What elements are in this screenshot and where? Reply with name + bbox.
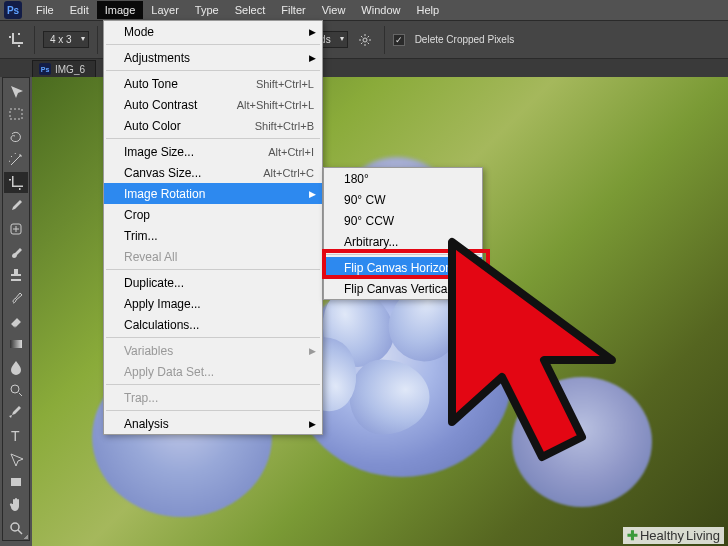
crop-tool[interactable] [4,172,28,193]
svg-text:T: T [11,428,20,444]
watermark-brand: Healthy [640,528,684,543]
pen-tool[interactable] [4,402,28,423]
path-tool[interactable] [4,448,28,469]
menu-item-label: Mode [124,25,314,39]
image-menu-dropdown: Mode▶Adjustments▶Auto ToneShift+Ctrl+LAu… [103,20,323,435]
image-menu-calculations[interactable]: Calculations... [104,314,322,335]
rotation-menu-arbitrary[interactable]: Arbitrary... [324,231,482,252]
wand-tool[interactable] [4,149,28,170]
image-menu-canvas-size[interactable]: Canvas Size...Alt+Ctrl+C [104,162,322,183]
menu-item-label: Image Rotation [124,187,314,201]
delete-cropped-label: Delete Cropped Pixels [415,34,515,45]
menu-shortcut: Alt+Ctrl+I [268,146,314,158]
submenu-arrow-icon: ▶ [309,189,316,199]
watermark-sub: Living [686,528,720,543]
menu-item-label: 90° CCW [344,214,474,228]
menu-file[interactable]: File [28,1,62,19]
image-menu-trim[interactable]: Trim... [104,225,322,246]
menu-item-label: 90° CW [344,193,474,207]
menu-item-label: Crop [124,208,314,222]
menu-item-label: Apply Image... [124,297,314,311]
tool-panel: T [2,77,30,541]
menu-item-label: Image Size... [124,145,238,159]
submenu-arrow-icon: ▶ [309,27,316,37]
menu-shortcut: Alt+Ctrl+C [263,167,314,179]
menu-shortcut: Alt+Shift+Ctrl+L [237,99,314,111]
move-tool[interactable] [4,80,28,101]
submenu-arrow-icon: ▶ [309,346,316,356]
menu-edit[interactable]: Edit [62,1,97,19]
lasso-tool[interactable] [4,126,28,147]
dodge-tool[interactable] [4,379,28,400]
menu-window[interactable]: Window [353,1,408,19]
aspect-ratio-combo[interactable]: 4 x 3 [43,31,89,48]
image-menu-crop[interactable]: Crop [104,204,322,225]
document-type-icon: Ps [39,63,51,75]
eyedrop-tool[interactable] [4,195,28,216]
marquee-tool[interactable] [4,103,28,124]
text-tool[interactable]: T [4,425,28,446]
rotation-menu-180[interactable]: 180° [324,168,482,189]
image-menu-image-rotation[interactable]: Image Rotation▶ [104,183,322,204]
menu-type[interactable]: Type [187,1,227,19]
image-menu-variables: Variables▶ [104,340,322,361]
menu-bar: Ps FileEditImageLayerTypeSelectFilterVie… [0,0,728,20]
image-menu-reveal-all: Reveal All [104,246,322,267]
document-tab[interactable]: Ps IMG_6 [32,60,96,77]
image-menu-analysis[interactable]: Analysis▶ [104,413,322,434]
svg-point-11 [11,523,19,531]
image-menu-apply-image[interactable]: Apply Image... [104,293,322,314]
image-menu-auto-color[interactable]: Auto ColorShift+Ctrl+B [104,115,322,136]
menu-item-label: Auto Tone [124,77,226,91]
rotation-menu-flip-canvas-vertical[interactable]: Flip Canvas Vertical [324,278,482,299]
rotation-menu-90-cw[interactable]: 90° CW [324,189,482,210]
rect-tool[interactable] [4,471,28,492]
menu-layer[interactable]: Layer [143,1,187,19]
menu-item-label: Trap... [124,391,314,405]
menu-item-label: Apply Data Set... [124,365,314,379]
submenu-arrow-icon: ▶ [309,419,316,429]
menu-item-label: Analysis [124,417,314,431]
menu-item-label: Canvas Size... [124,166,233,180]
menu-item-label: Flip Canvas Vertical [344,282,474,296]
image-menu-trap: Trap... [104,387,322,408]
image-menu-adjustments[interactable]: Adjustments▶ [104,47,322,68]
eraser-tool[interactable] [4,310,28,331]
history-tool[interactable] [4,287,28,308]
menu-item-label: Duplicate... [124,276,314,290]
hand-tool[interactable] [4,494,28,515]
delete-cropped-checkbox[interactable]: ✓ [393,34,405,46]
menu-select[interactable]: Select [227,1,274,19]
crop-tool-icon [6,30,26,50]
image-menu-auto-tone[interactable]: Auto ToneShift+Ctrl+L [104,73,322,94]
gradient-tool[interactable] [4,333,28,354]
menu-image[interactable]: Image [97,1,144,19]
menu-item-label: 180° [344,172,474,186]
menu-item-label: Flip Canvas Horizontal [344,261,474,275]
image-menu-mode[interactable]: Mode▶ [104,21,322,42]
image-menu-auto-contrast[interactable]: Auto ContrastAlt+Shift+Ctrl+L [104,94,322,115]
image-menu-image-size[interactable]: Image Size...Alt+Ctrl+I [104,141,322,162]
menu-filter[interactable]: Filter [273,1,313,19]
menu-shortcut: Shift+Ctrl+B [255,120,314,132]
brush-tool[interactable] [4,241,28,262]
menu-item-label: Calculations... [124,318,314,332]
menu-item-label: Trim... [124,229,314,243]
rotation-menu-90-ccw[interactable]: 90° CCW [324,210,482,231]
submenu-arrow-icon: ▶ [309,53,316,63]
menu-item-label: Adjustments [124,51,314,65]
image-menu-apply-data-set: Apply Data Set... [104,361,322,382]
svg-point-4 [363,38,367,42]
image-menu-duplicate[interactable]: Duplicate... [104,272,322,293]
stamp-tool[interactable] [4,264,28,285]
heal-tool[interactable] [4,218,28,239]
document-tab-label: IMG_6 [55,64,85,75]
menu-help[interactable]: Help [408,1,447,19]
rotation-menu-flip-canvas-horizontal[interactable]: Flip Canvas Horizontal [324,257,482,278]
menu-view[interactable]: View [314,1,354,19]
options-gear-icon[interactable] [354,29,376,51]
menu-item-label: Auto Contrast [124,98,207,112]
blur-tool[interactable] [4,356,28,377]
watermark: ✚ Healthy Living [623,527,724,544]
zoom-tool[interactable] [4,517,28,538]
